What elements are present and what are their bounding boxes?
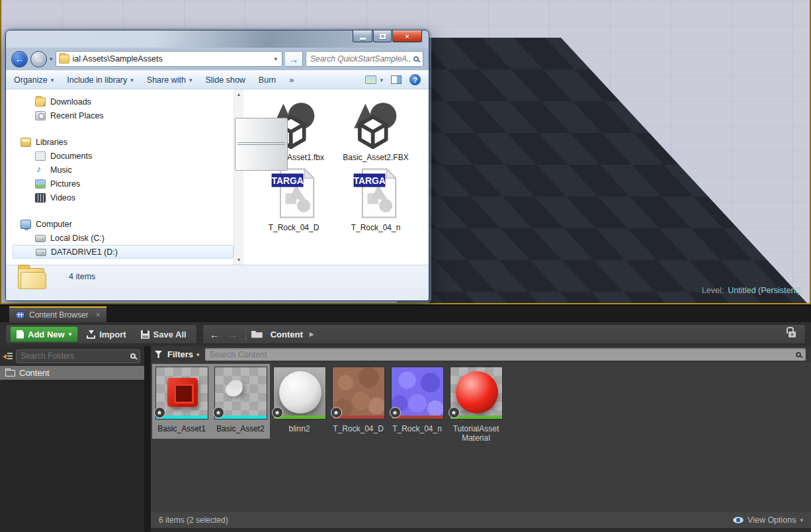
help-button[interactable]: ? bbox=[409, 74, 421, 85]
nav-pane-scrollbar[interactable]: ▲ ▼ bbox=[234, 89, 243, 265]
asset-name: T_Rock_04_D bbox=[331, 424, 385, 433]
static-mesh-thumbnail bbox=[223, 379, 244, 399]
minimize-button[interactable] bbox=[353, 30, 372, 42]
address-input[interactable] bbox=[73, 54, 269, 64]
scroll-down-icon[interactable]: ▼ bbox=[234, 255, 243, 265]
recent-places-icon bbox=[35, 111, 46, 120]
explorer-address-row: ← → ▾ ▾ → bbox=[6, 48, 429, 70]
file-item[interactable]: TARGA T_Rock_04_D bbox=[269, 167, 320, 232]
asset-tile-t-rock-04-d[interactable]: * T_Rock_04_D bbox=[329, 364, 388, 439]
address-dropdown-icon[interactable]: ▾ bbox=[272, 56, 279, 62]
go-arrow-icon: → bbox=[289, 54, 299, 65]
slide-show-button[interactable]: Slide show bbox=[205, 75, 245, 85]
sidebar-item-downloads[interactable]: Downloads bbox=[13, 95, 234, 109]
views-icon bbox=[365, 75, 376, 84]
asset-tile-t-rock-04-n[interactable]: * T_Rock_04_n bbox=[388, 364, 447, 439]
go-button[interactable]: → bbox=[285, 51, 303, 67]
sidebar-item-pictures[interactable]: Pictures bbox=[13, 177, 234, 191]
explorer-search-input[interactable] bbox=[310, 54, 411, 64]
downloads-icon bbox=[35, 97, 46, 107]
chevron-down-icon: ▾ bbox=[51, 77, 54, 83]
toolbar-overflow-button[interactable]: » bbox=[289, 75, 294, 85]
file-name: T_Rock_04_D bbox=[269, 223, 320, 232]
asset-filter-row: Filters ▾ bbox=[151, 346, 811, 363]
asset-tile-tutorialasset-material[interactable]: * TutorialAsset Material bbox=[447, 364, 505, 449]
collapse-sources-icon[interactable] bbox=[3, 352, 13, 360]
change-view-button[interactable]: ▾ bbox=[365, 75, 383, 84]
chevron-down-icon: ▾ bbox=[380, 77, 383, 83]
unsaved-star-icon: * bbox=[448, 407, 460, 418]
folder-tree-item-content[interactable]: Content bbox=[0, 366, 144, 380]
tab-content-browser[interactable]: Content Browser × bbox=[9, 306, 107, 322]
chevron-down-icon: ▾ bbox=[189, 77, 192, 83]
help-icon: ? bbox=[413, 76, 417, 84]
asset-tile-blinn2[interactable]: * blinn2 bbox=[270, 364, 329, 439]
documents-icon bbox=[35, 152, 46, 161]
search-folders-input[interactable] bbox=[21, 351, 127, 361]
search-content-input[interactable] bbox=[210, 350, 792, 359]
folder-icon bbox=[18, 268, 44, 289]
view-options-button[interactable]: View Options ▾ bbox=[733, 515, 803, 525]
history-forward-button[interactable]: → bbox=[225, 329, 240, 340]
share-with-menu[interactable]: Share with▾ bbox=[147, 75, 192, 85]
material-thumbnail bbox=[456, 371, 498, 414]
filters-button[interactable]: Filters bbox=[167, 349, 193, 359]
history-dropdown[interactable]: ▾ bbox=[50, 56, 53, 62]
sidebar-item-recent-places[interactable]: Recent Places bbox=[13, 109, 234, 122]
search-icon bbox=[413, 56, 419, 62]
search-icon bbox=[130, 353, 136, 359]
sidebar-item-documents[interactable]: Documents bbox=[13, 149, 234, 163]
unsaved-star-icon: * bbox=[390, 407, 401, 418]
lock-icon[interactable] bbox=[789, 332, 796, 337]
sidebar-item-datadrive1-d[interactable]: DATADRIVE1 (D:) bbox=[13, 245, 234, 259]
content-browser-toolbar: Add New ▾ Import Save All ← → Content ▶ bbox=[0, 322, 811, 346]
scrollbar-thumb[interactable] bbox=[235, 118, 288, 171]
burn-button[interactable]: Burn bbox=[259, 75, 276, 85]
level-indicator: Level:Untitled (Persistent) bbox=[702, 286, 800, 295]
close-button[interactable]: × bbox=[392, 30, 422, 42]
tab-close-icon[interactable]: × bbox=[95, 310, 100, 320]
sidebar-item-videos[interactable]: Videos bbox=[13, 191, 234, 204]
sidebar-item-computer[interactable]: Computer bbox=[13, 217, 234, 231]
search-folders-box[interactable] bbox=[16, 349, 140, 363]
organize-menu[interactable]: Organize▾ bbox=[14, 75, 54, 85]
import-button[interactable]: Import bbox=[81, 326, 132, 342]
file-item[interactable]: Basic_Asset2.FBX bbox=[343, 100, 408, 162]
file-item[interactable]: TARGA T_Rock_04_n bbox=[351, 167, 401, 232]
sidebar-item-libraries[interactable]: Libraries bbox=[13, 135, 234, 149]
pictures-icon bbox=[35, 179, 46, 189]
sidebar-item-local-disk-c[interactable]: Local Disk (C:) bbox=[13, 231, 234, 245]
panel-splitter[interactable] bbox=[144, 346, 151, 532]
explorer-search[interactable] bbox=[306, 51, 423, 67]
include-in-library-menu[interactable]: Include in library▾ bbox=[67, 75, 134, 85]
asset-grid: * Basic_Asset1 * Basic_Asset2 bbox=[151, 363, 811, 512]
address-bar[interactable]: ▾ bbox=[56, 51, 282, 67]
material-thumbnail bbox=[279, 371, 321, 414]
chevron-down-icon[interactable]: ▾ bbox=[196, 351, 200, 358]
asset-tile-basic-asset1[interactable]: * Basic_Asset1 bbox=[152, 364, 211, 439]
search-content-box[interactable] bbox=[205, 348, 806, 361]
sidebar-item-music[interactable]: Music bbox=[13, 163, 234, 177]
asset-name: T_Rock_04_n bbox=[390, 424, 444, 433]
breadcrumb-expand-icon[interactable]: ▶ bbox=[310, 331, 314, 337]
back-button[interactable]: ← bbox=[11, 51, 28, 67]
history-back-button[interactable]: ← bbox=[207, 329, 222, 340]
breadcrumb-content[interactable]: Content bbox=[271, 330, 303, 339]
asset-name: blinn2 bbox=[273, 424, 326, 433]
content-browser-icon bbox=[16, 312, 24, 318]
asset-count: 6 items (2 selected) bbox=[159, 515, 228, 525]
add-new-button[interactable]: Add New ▾ bbox=[10, 326, 78, 342]
music-icon bbox=[35, 165, 46, 175]
targa-file-icon: TARGA bbox=[352, 167, 400, 219]
maximize-button[interactable] bbox=[373, 30, 392, 42]
asset-tile-basic-asset2[interactable]: * Basic_Asset2 bbox=[211, 364, 270, 439]
scroll-up-icon[interactable]: ▲ bbox=[234, 89, 243, 99]
explorer-titlebar[interactable]: × bbox=[6, 30, 429, 48]
save-all-button[interactable]: Save All bbox=[135, 326, 192, 342]
forward-button[interactable]: → bbox=[30, 51, 47, 67]
folder-icon bbox=[59, 54, 69, 64]
filter-icon bbox=[155, 351, 162, 358]
preview-pane-button[interactable] bbox=[391, 75, 402, 84]
content-browser-tabrow: Content Browser × bbox=[0, 306, 811, 322]
close-icon: × bbox=[405, 32, 409, 40]
